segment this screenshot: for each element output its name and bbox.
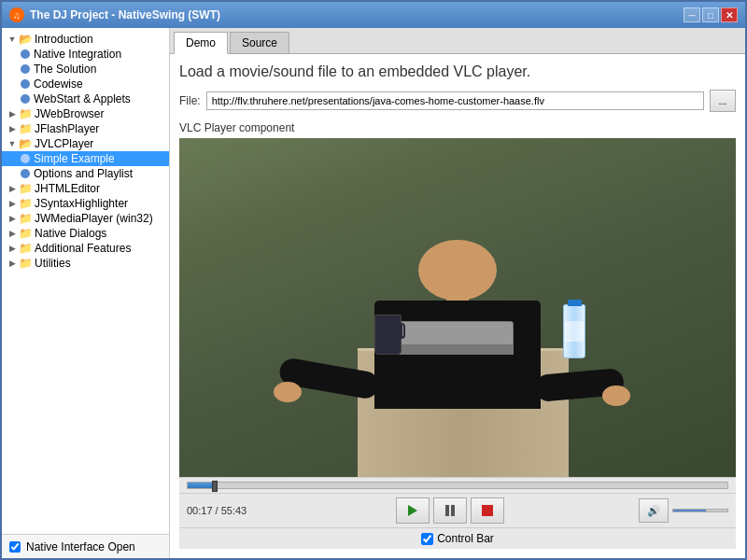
leaf-icon — [21, 154, 30, 163]
sidebar-item-label: Native Dialogs — [35, 227, 106, 240]
sidebar-item-the-solution[interactable]: The Solution — [2, 62, 169, 77]
browse-button[interactable]: ... — [710, 90, 736, 112]
control-bar-checkbox[interactable] — [421, 533, 433, 545]
sidebar: ▼ 📂 Introduction Native Integration The … — [2, 28, 170, 558]
title-bar-left: ♫ The DJ Project - NativeSwing (SWT) — [9, 7, 220, 22]
sidebar-item-jflashplayer[interactable]: ▶ 📁 JFlashPlayer — [2, 121, 169, 136]
video-frame — [179, 138, 736, 477]
close-button[interactable]: ✕ — [721, 7, 738, 22]
sidebar-item-introduction[interactable]: ▼ 📂 Introduction — [2, 32, 169, 47]
sidebar-item-label: JFlashPlayer — [35, 122, 99, 135]
main-content: ▼ 📂 Introduction Native Integration The … — [2, 28, 745, 558]
sidebar-item-label: JWMediaPlayer (win32) — [35, 212, 153, 225]
volume-icon: 🔊 — [647, 505, 660, 517]
file-label: File: — [179, 94, 201, 107]
main-window: ♫ The DJ Project - NativeSwing (SWT) ─ □… — [0, 0, 747, 560]
sidebar-item-simple-example[interactable]: Simple Example — [2, 151, 169, 166]
progress-area — [179, 477, 736, 493]
sidebar-item-native-dialogs[interactable]: ▶ 📁 Native Dialogs — [2, 226, 169, 241]
control-bar-label: Control Bar — [437, 532, 494, 545]
status-bar: Native Interface Open — [2, 534, 169, 558]
volume-fill — [673, 510, 706, 511]
expand-icon: ▶ — [6, 212, 19, 225]
sidebar-item-jwmediaplayer[interactable]: ▶ 📁 JWMediaPlayer (win32) — [2, 211, 169, 226]
content-title: Load a movie/sound file to an embedded V… — [179, 63, 736, 80]
sidebar-item-label: WebStart & Applets — [34, 92, 131, 105]
folder-closed-icon: 📁 — [19, 228, 32, 239]
expand-icon: ▶ — [6, 107, 19, 120]
folder-closed-icon: 📁 — [19, 198, 32, 209]
progress-bar-fill — [188, 483, 215, 488]
native-interface-checkbox[interactable] — [9, 541, 21, 553]
window-title: The DJ Project - NativeSwing (SWT) — [30, 8, 220, 21]
sidebar-item-jvlcplayer[interactable]: ▼ 📂 JVLCPlayer — [2, 136, 169, 151]
pause-button[interactable] — [433, 497, 467, 524]
expand-icon: ▶ — [6, 242, 19, 255]
folder-closed-icon: 📁 — [19, 243, 32, 254]
stop-button[interactable] — [471, 497, 504, 524]
progress-thumb[interactable] — [212, 481, 218, 492]
folder-closed-icon: 📁 — [19, 183, 32, 194]
leaf-icon — [21, 94, 30, 104]
sidebar-item-label: Native Integration — [34, 48, 121, 61]
leaf-icon — [21, 64, 30, 74]
folder-closed-icon: 📁 — [19, 123, 32, 134]
video-container — [179, 138, 736, 477]
native-interface-label: Native Interface Open — [26, 540, 135, 553]
sidebar-item-label: Additional Features — [35, 242, 131, 255]
expand-icon: ▼ — [6, 137, 19, 150]
maximize-button[interactable]: □ — [702, 7, 719, 22]
app-icon: ♫ — [9, 7, 24, 22]
volume-slider[interactable] — [672, 509, 728, 512]
window-controls: ─ □ ✕ — [684, 7, 738, 22]
leaf-icon — [21, 49, 30, 59]
play-button[interactable] — [396, 497, 430, 524]
folder-closed-icon: 📁 — [19, 213, 32, 224]
playback-controls — [267, 497, 633, 524]
title-bar: ♫ The DJ Project - NativeSwing (SWT) ─ □… — [2, 2, 745, 28]
sidebar-item-label: Options and Playlist — [34, 167, 133, 180]
expand-icon: ▶ — [6, 227, 19, 240]
controls-area: 00:17 / 55:43 — [179, 493, 736, 527]
sidebar-item-label: JVLCPlayer — [35, 137, 93, 150]
stop-icon — [482, 505, 493, 516]
sidebar-item-webstart-applets[interactable]: WebStart & Applets — [2, 91, 169, 106]
right-panel: Demo Source Load a movie/sound file to a… — [170, 28, 745, 558]
sidebar-item-jhtmleditor[interactable]: ▶ 📁 JHTMLEditor — [2, 181, 169, 196]
file-input[interactable] — [206, 91, 704, 110]
sidebar-item-label: Codewise — [34, 77, 83, 91]
sidebar-item-label: JWebBrowser — [35, 107, 104, 120]
volume-button[interactable]: 🔊 — [639, 498, 669, 523]
folder-closed-icon: 📁 — [19, 258, 32, 269]
sidebar-item-jsyntaxhighlighter[interactable]: ▶ 📁 JSyntaxHighlighter — [2, 196, 169, 211]
sidebar-item-codewise[interactable]: Codewise — [2, 77, 169, 91]
vlc-component-label: VLC Player component — [179, 121, 736, 134]
leaf-icon — [21, 169, 30, 178]
time-display: 00:17 / 55:43 — [187, 505, 261, 516]
expand-icon: ▶ — [6, 182, 19, 195]
bottom-bar: Control Bar — [179, 527, 736, 549]
sidebar-item-label: Utilities — [35, 257, 71, 270]
sidebar-item-label: JSyntaxHighlighter — [35, 197, 128, 210]
tree: ▼ 📂 Introduction Native Integration The … — [2, 28, 169, 534]
expand-icon: ▶ — [6, 257, 19, 270]
sidebar-item-label: Simple Example — [34, 152, 115, 165]
minimize-button[interactable]: ─ — [684, 7, 700, 22]
folder-open-icon: 📂 — [19, 34, 32, 45]
sidebar-item-native-integration[interactable]: Native Integration — [2, 47, 169, 62]
sidebar-item-label: The Solution — [34, 63, 96, 76]
tab-demo[interactable]: Demo — [174, 32, 228, 54]
pause-icon — [445, 505, 455, 516]
leaf-icon — [21, 79, 30, 89]
sidebar-item-jwebbrowser[interactable]: ▶ 📁 JWebBrowser — [2, 106, 169, 121]
sidebar-item-options-playlist[interactable]: Options and Playlist — [2, 166, 169, 181]
sidebar-item-additional-features[interactable]: ▶ 📁 Additional Features — [2, 241, 169, 256]
progress-bar-track[interactable] — [187, 482, 728, 489]
play-icon — [408, 505, 417, 516]
sidebar-item-label: Introduction — [35, 33, 93, 46]
tabs: Demo Source — [170, 28, 745, 54]
folder-closed-icon: 📁 — [19, 108, 32, 119]
expand-icon: ▼ — [6, 33, 19, 46]
sidebar-item-utilities[interactable]: ▶ 📁 Utilities — [2, 256, 169, 271]
tab-source[interactable]: Source — [230, 32, 289, 53]
